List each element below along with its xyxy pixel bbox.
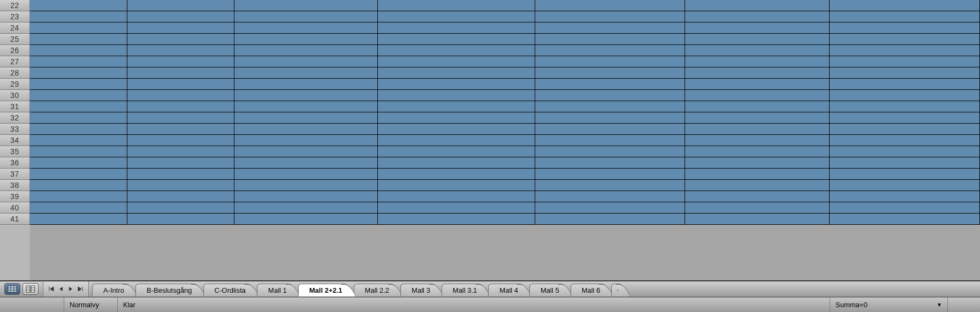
cell[interactable] <box>127 34 234 45</box>
row-header[interactable]: 28 <box>0 67 30 79</box>
cell[interactable] <box>830 90 980 101</box>
cell[interactable] <box>127 79 234 90</box>
cell[interactable] <box>30 112 127 124</box>
cell[interactable] <box>685 214 830 225</box>
cell[interactable] <box>234 169 378 180</box>
cell[interactable] <box>535 157 685 169</box>
sheet-tab[interactable]: Mall 4 <box>488 284 527 296</box>
cell[interactable] <box>685 135 830 146</box>
cell[interactable] <box>535 79 685 90</box>
cell[interactable] <box>378 67 535 79</box>
cell[interactable] <box>535 146 685 157</box>
cell[interactable] <box>535 90 685 101</box>
row-header[interactable]: 31 <box>0 101 30 112</box>
cell[interactable] <box>535 0 685 11</box>
cell[interactable] <box>378 101 535 112</box>
cell[interactable] <box>830 34 980 45</box>
cell[interactable] <box>127 157 234 169</box>
cell[interactable] <box>535 135 685 146</box>
sheet-tab[interactable]: B-Beslutsgång <box>135 284 201 296</box>
cell[interactable] <box>378 180 535 191</box>
cell[interactable] <box>830 146 980 157</box>
cell[interactable] <box>830 45 980 56</box>
cell[interactable] <box>378 214 535 225</box>
cell[interactable] <box>378 90 535 101</box>
row-header[interactable]: 29 <box>0 79 30 90</box>
sheet-tab[interactable]: C-Ordlista <box>203 284 255 296</box>
cell[interactable] <box>830 112 980 124</box>
cell[interactable] <box>685 124 830 135</box>
first-sheet-button[interactable] <box>47 284 56 294</box>
sheet-tab[interactable]: Mall 2+2.1 <box>298 284 352 296</box>
cell[interactable] <box>127 124 234 135</box>
row-header[interactable]: 24 <box>0 22 30 34</box>
cell[interactable] <box>30 45 127 56</box>
cell[interactable] <box>234 79 378 90</box>
cell[interactable] <box>127 0 234 11</box>
cell[interactable] <box>127 90 234 101</box>
cell[interactable] <box>685 191 830 202</box>
cell[interactable] <box>234 45 378 56</box>
row-header[interactable]: 35 <box>0 146 30 157</box>
add-sheet-button[interactable]: + <box>611 284 626 296</box>
cell[interactable] <box>30 90 127 101</box>
cell[interactable] <box>127 45 234 56</box>
cell[interactable] <box>830 191 980 202</box>
cell[interactable] <box>30 67 127 79</box>
cell[interactable] <box>378 0 535 11</box>
cell[interactable] <box>30 169 127 180</box>
cell[interactable] <box>685 11 830 22</box>
cell[interactable] <box>535 124 685 135</box>
cell[interactable] <box>127 202 234 214</box>
cell[interactable] <box>30 146 127 157</box>
cell[interactable] <box>234 22 378 34</box>
cell[interactable] <box>830 214 980 225</box>
aggregate-dropdown[interactable]: Summa=0 ▼ <box>830 298 948 312</box>
row-header[interactable]: 23 <box>0 11 30 22</box>
cell[interactable] <box>378 202 535 214</box>
cell[interactable] <box>378 169 535 180</box>
cell[interactable] <box>127 180 234 191</box>
row-header[interactable]: 27 <box>0 56 30 67</box>
cell[interactable] <box>127 11 234 22</box>
cell[interactable] <box>30 101 127 112</box>
cell[interactable] <box>830 56 980 67</box>
cell[interactable] <box>234 90 378 101</box>
cell[interactable] <box>685 67 830 79</box>
cell[interactable] <box>234 11 378 22</box>
cell[interactable] <box>830 67 980 79</box>
cell[interactable] <box>685 202 830 214</box>
cell[interactable] <box>685 34 830 45</box>
cell[interactable] <box>234 124 378 135</box>
cell[interactable] <box>685 90 830 101</box>
row-header[interactable]: 38 <box>0 180 30 191</box>
row-header[interactable]: 32 <box>0 112 30 124</box>
cell[interactable] <box>685 112 830 124</box>
cell-grid[interactable] <box>30 0 980 280</box>
cell[interactable] <box>378 112 535 124</box>
row-header[interactable]: 36 <box>0 157 30 169</box>
cell[interactable] <box>685 0 830 11</box>
cell[interactable] <box>830 22 980 34</box>
cell[interactable] <box>30 135 127 146</box>
row-header[interactable]: 39 <box>0 191 30 202</box>
cell[interactable] <box>830 135 980 146</box>
cell[interactable] <box>30 34 127 45</box>
cell[interactable] <box>535 45 685 56</box>
cell[interactable] <box>378 79 535 90</box>
cell[interactable] <box>378 146 535 157</box>
cell[interactable] <box>378 34 535 45</box>
cell[interactable] <box>685 180 830 191</box>
cell[interactable] <box>830 11 980 22</box>
cell[interactable] <box>685 169 830 180</box>
cell[interactable] <box>535 191 685 202</box>
cell[interactable] <box>30 56 127 67</box>
cell[interactable] <box>535 11 685 22</box>
row-header[interactable]: 22 <box>0 0 30 11</box>
cell[interactable] <box>535 101 685 112</box>
cell[interactable] <box>378 157 535 169</box>
cell[interactable] <box>127 101 234 112</box>
cell[interactable] <box>30 180 127 191</box>
cell[interactable] <box>30 124 127 135</box>
cell[interactable] <box>234 180 378 191</box>
